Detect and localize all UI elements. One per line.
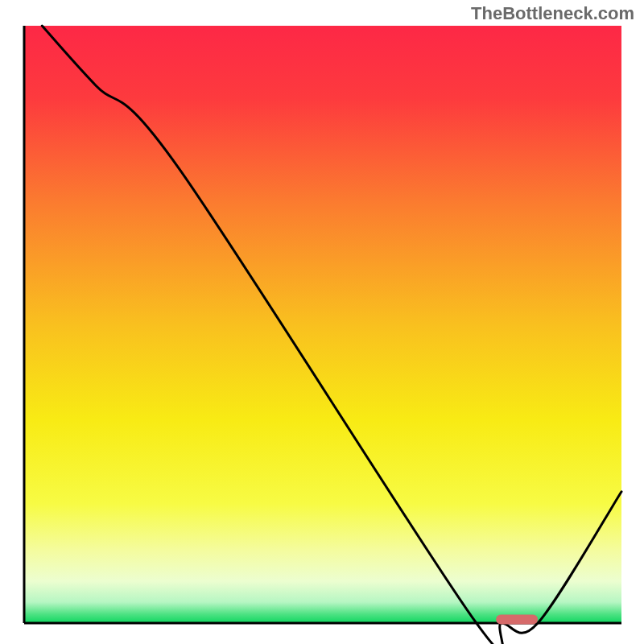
chart-frame: TheBottleneck.com (0, 0, 644, 644)
optimal-range-marker (496, 615, 538, 625)
plot-area (24, 26, 621, 623)
bottleneck-chart (0, 0, 644, 644)
